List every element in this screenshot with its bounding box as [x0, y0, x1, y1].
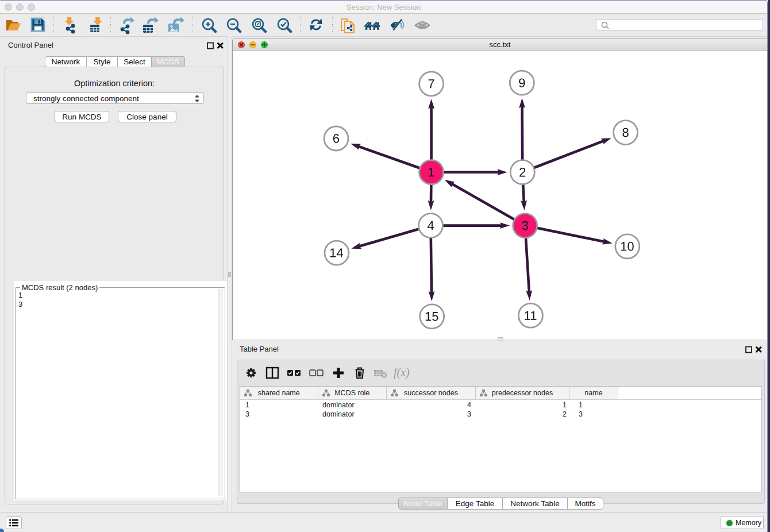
- svg-text:f(x): f(x): [394, 366, 410, 379]
